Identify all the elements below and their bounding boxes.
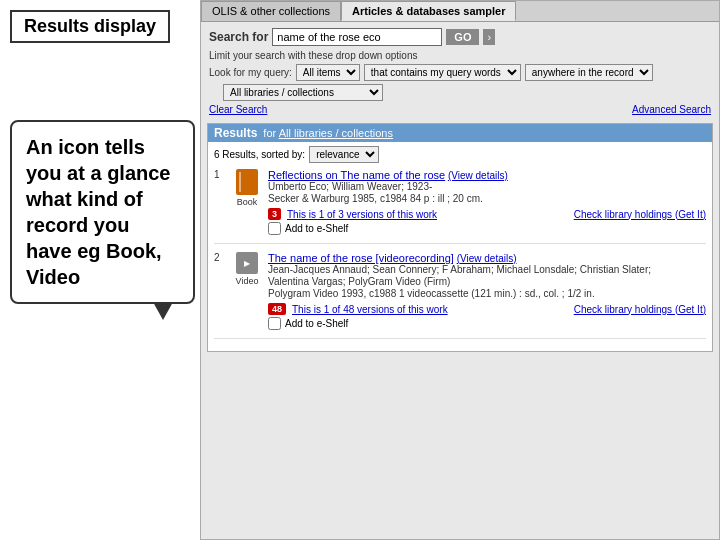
look-for-row: Look for my query: All items that contai… [209,64,711,81]
tab-bar: OLIS & other collections Articles & data… [201,1,719,22]
eshelf-label: Add to e-Shelf [285,318,348,329]
result-publisher: Secker & Warburg 1985, c1984 84 p : ill … [268,193,706,204]
contains-select[interactable]: that contains my query words [364,64,521,81]
versions-text[interactable]: This is 1 of 48 versions of this work [292,304,448,315]
results-count: 6 Results, sorted by: [214,149,305,160]
versions-text[interactable]: This is 1 of 3 versions of this work [287,209,437,220]
result-number: 1 [214,169,226,235]
result-title[interactable]: The name of the rose [videorecording] [268,252,454,264]
view-details-link[interactable]: (View details) [448,170,508,181]
result-number: 2 [214,252,226,330]
result-actions: 3 This is 1 of 3 versions of this work C… [268,208,706,220]
check-holdings-link[interactable]: Check library holdings (Get It) [574,209,706,220]
versions-badge: 48 [268,303,286,315]
look-for-label: Look for my query: [209,67,292,78]
annotation-bubble: An icon tells you at a glance what kind … [10,120,195,304]
search-input[interactable] [272,28,442,46]
limit-row: Limit your search with these drop down o… [209,50,711,61]
result-author: Umberto Eco; William Weaver; 1923- [268,181,706,192]
anywhere-select[interactable]: anywhere in the record [525,64,653,81]
search-row: Search for GO › [209,28,711,46]
libraries-select[interactable]: All libraries / collections [223,84,383,101]
results-for-text: for All libraries / collections [263,127,393,139]
eshelf-row: Add to e-Shelf [268,222,706,235]
advanced-search-link[interactable]: Advanced Search [632,104,711,115]
go-button[interactable]: GO [446,29,479,45]
all-items-select[interactable]: All items [296,64,360,81]
eshelf-row: Add to e-Shelf [268,317,706,330]
collections-link[interactable]: All libraries / collections [279,127,393,139]
results-area: Results for All libraries / collections … [207,123,713,352]
result-title[interactable]: Reflections on The name of the rose [268,169,445,181]
results-header: Results for All libraries / collections [208,124,712,142]
result-author: Jean-Jacques Annaud; Sean Connery; F Abr… [268,264,706,275]
video-label: Video [236,276,259,286]
book-icon [236,169,258,195]
result-content: The name of the rose [videorecording] (V… [268,252,706,330]
search-area: Search for GO › Limit your search with t… [201,22,719,123]
result-icon-book: Book [232,169,262,235]
result-title-row: Reflections on The name of the rose (Vie… [268,169,706,181]
libraries-row: All libraries / collections [209,84,711,101]
versions-badge: 3 [268,208,281,220]
annotation-text: An icon tells you at a glance what kind … [26,136,171,288]
sort-row: 6 Results, sorted by: relevance [214,146,706,163]
limit-label: Limit your search with these drop down o… [209,50,417,61]
eshelf-checkbox[interactable] [268,317,281,330]
result-publisher: Polygram Video 1993, c1988 1 videocasset… [268,288,706,299]
view-details-link[interactable]: (View details) [457,253,517,264]
olis-panel: OLIS & other collections Articles & data… [200,0,720,540]
result-icon-video: Video [232,252,262,330]
video-icon [236,252,258,274]
search-label: Search for [209,30,268,44]
table-row: 2 Video The name of the rose [videorecor… [214,252,706,339]
page-title: Results display [10,10,170,43]
clear-search-link[interactable]: Clear Search [209,104,267,115]
result-author2: Valentina Vargas; PolyGram Video (Firm) [268,276,706,287]
results-heading: Results [214,126,257,140]
result-content: Reflections on The name of the rose (Vie… [268,169,706,235]
book-label: Book [237,197,258,207]
clear-row: Clear Search Advanced Search [209,104,711,115]
title-text: Results display [24,16,156,36]
go-arrow-button[interactable]: › [483,29,495,45]
eshelf-checkbox[interactable] [268,222,281,235]
eshelf-label: Add to e-Shelf [285,223,348,234]
result-actions: 48 This is 1 of 48 versions of this work… [268,303,706,315]
sort-select[interactable]: relevance [309,146,379,163]
tab-olis[interactable]: OLIS & other collections [201,1,341,21]
tab-articles[interactable]: Articles & databases sampler [341,1,516,21]
result-title-row: The name of the rose [videorecording] (V… [268,252,706,264]
table-row: 1 Book Reflections on The name of the ro… [214,169,706,244]
check-holdings-link[interactable]: Check library holdings (Get It) [574,304,706,315]
